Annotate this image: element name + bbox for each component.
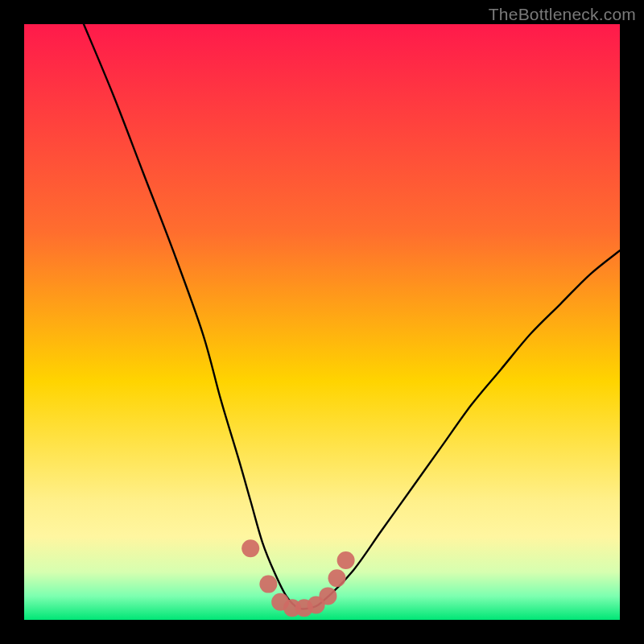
data-marker [319, 587, 336, 605]
gradient-background [24, 24, 620, 620]
plot-area [24, 24, 620, 620]
chart-container: TheBottleneck.com [0, 0, 644, 644]
data-marker [259, 576, 277, 593]
bottleneck-chart [24, 24, 620, 620]
watermark-text: TheBottleneck.com [489, 5, 636, 24]
data-marker [337, 551, 355, 569]
data-marker [242, 539, 259, 557]
data-marker [328, 569, 346, 587]
